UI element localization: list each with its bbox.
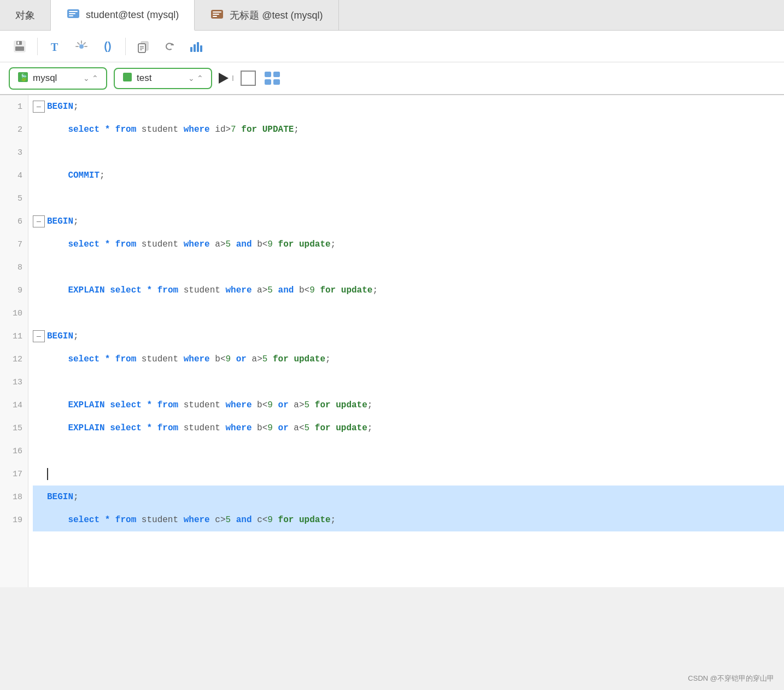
play-icon: [219, 73, 229, 84]
line-number-13: 13: [0, 371, 28, 394]
token: [273, 400, 278, 410]
fold-indicator-6[interactable]: —: [33, 215, 45, 227]
token: select: [68, 239, 100, 249]
token: *: [105, 354, 110, 364]
token: [100, 515, 105, 525]
token: 9: [267, 239, 273, 249]
watermark: CSDN @不穿铠甲的穿山甲: [688, 674, 774, 683]
token: *: [105, 239, 110, 249]
token: [100, 239, 105, 249]
token: a>: [210, 239, 226, 249]
token: 5: [305, 423, 310, 433]
line-number-10: 10: [0, 302, 28, 325]
token: b<: [252, 400, 268, 410]
token: [110, 515, 115, 525]
token: or: [278, 423, 289, 433]
token: ;: [73, 331, 79, 341]
token: student: [178, 423, 225, 433]
token: [231, 239, 236, 249]
token: ;: [73, 102, 79, 112]
copy-button[interactable]: [132, 36, 154, 57]
token: [142, 285, 147, 295]
svg-rect-27: [197, 42, 199, 52]
schema-selector[interactable]: test ⌄ ⌃: [114, 68, 212, 89]
line-number-9: 9: [0, 279, 28, 302]
format-button[interactable]: T: [44, 36, 66, 57]
token: COMMIT: [68, 171, 100, 180]
token: [294, 515, 299, 525]
db-icon: 🍃: [17, 72, 28, 85]
token: a>: [247, 354, 262, 364]
token: [47, 354, 68, 364]
token: student: [136, 515, 183, 525]
token: student: [178, 285, 225, 295]
line-number-11: 11: [0, 325, 28, 348]
tab-untitled[interactable]: 无标题 @test (mysql): [195, 0, 338, 30]
token: update: [299, 515, 331, 525]
svg-rect-3: [69, 15, 73, 16]
toolbar-sep-1: [37, 38, 38, 55]
token: for: [320, 285, 336, 295]
fold-indicator-1[interactable]: —: [33, 101, 45, 113]
code-line-7: select * from student where a>5 and b<9 …: [33, 233, 784, 256]
token: ;: [372, 285, 378, 295]
magic-button[interactable]: [71, 36, 92, 57]
code-line-11: —BEGIN;: [33, 325, 784, 348]
token: [273, 515, 278, 525]
svg-line-14: [84, 43, 85, 44]
token: BEGIN: [47, 217, 73, 226]
code-line-14: EXPLAIN select * from student where b<9 …: [33, 394, 784, 417]
db-selector[interactable]: 🍃 mysql ⌄ ⌃: [9, 67, 107, 90]
redo-button[interactable]: [159, 36, 180, 57]
brackets-button[interactable]: (): [97, 36, 119, 57]
token: [105, 400, 110, 410]
token: id>: [210, 125, 231, 135]
token: [152, 285, 157, 295]
token: a>: [252, 285, 268, 295]
token: select: [110, 400, 142, 410]
token: from: [115, 354, 136, 364]
chart-button[interactable]: [185, 36, 207, 57]
token: ;: [100, 171, 105, 180]
token: select: [68, 354, 100, 364]
token: where: [184, 239, 210, 249]
token: student: [136, 354, 183, 364]
token: from: [157, 423, 178, 433]
token: [47, 400, 68, 410]
cursor-indicator: I: [232, 74, 234, 83]
tab-objects[interactable]: 对象: [0, 0, 51, 30]
explain-button[interactable]: [262, 68, 282, 88]
tab-student[interactable]: student@test (mysql): [51, 0, 195, 31]
token: [236, 125, 242, 135]
code-line-16: [33, 440, 784, 463]
token: [152, 423, 157, 433]
token: select: [110, 285, 142, 295]
code-line-1: —BEGIN;: [33, 95, 784, 118]
token: a>: [289, 400, 305, 410]
token: [47, 515, 68, 525]
token: [267, 354, 273, 364]
token: from: [115, 125, 136, 135]
token: [47, 285, 68, 295]
run-button[interactable]: I: [219, 73, 234, 84]
untitled-tab-icon: [210, 8, 224, 22]
schema-chevron-icon: ⌄ ⌃: [188, 74, 203, 83]
token: [142, 400, 147, 410]
line-number-16: 16: [0, 440, 28, 463]
svg-rect-32: [265, 72, 271, 77]
stop-button[interactable]: [241, 71, 256, 86]
token: [105, 285, 110, 295]
token: ;: [367, 423, 373, 433]
token: [110, 354, 115, 364]
token: ;: [294, 125, 299, 135]
svg-rect-1: [69, 11, 78, 12]
token: [273, 239, 278, 249]
token: where: [184, 354, 210, 364]
token: where: [184, 515, 210, 525]
token: from: [115, 515, 136, 525]
code-area[interactable]: —BEGIN; select * from student where id>7…: [28, 95, 784, 587]
token: [257, 125, 262, 135]
fold-indicator-11[interactable]: —: [33, 330, 45, 342]
save-button[interactable]: [9, 36, 31, 57]
line-number-8: 8: [0, 256, 28, 279]
